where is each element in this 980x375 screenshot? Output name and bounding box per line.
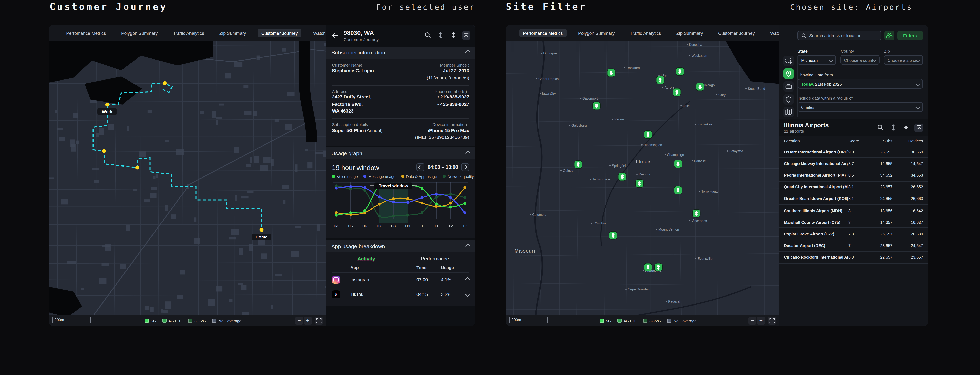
zip-label: Zip bbox=[884, 49, 923, 53]
airport-marker[interactable] bbox=[696, 83, 704, 91]
airport-marker[interactable] bbox=[655, 263, 662, 271]
airport-devices: 26,652 bbox=[892, 185, 924, 189]
col-app: App bbox=[350, 265, 417, 270]
collapse-vertical-icon bbox=[450, 32, 457, 39]
airport-name: Marshall County Airport (C75) bbox=[784, 220, 848, 224]
tab-traffic-analytics[interactable]: Traffic Analytics bbox=[626, 29, 665, 37]
table-row[interactable]: Chicago Rockford International Airport (… bbox=[779, 252, 928, 264]
page-title-right: Site Filter bbox=[506, 1, 587, 12]
table-row[interactable]: Peoria International Airport (PIA)8.534,… bbox=[779, 169, 928, 181]
airport-score: 8.7 bbox=[848, 161, 865, 166]
airport-marker[interactable] bbox=[676, 68, 684, 76]
airport-marker[interactable] bbox=[644, 131, 652, 139]
col-usage: Usage bbox=[441, 265, 462, 270]
row-expand-button[interactable] bbox=[462, 293, 469, 296]
next-window-button[interactable] bbox=[461, 163, 469, 171]
briefcase-button[interactable] bbox=[783, 81, 794, 92]
search-input[interactable]: Search address or location bbox=[797, 30, 881, 40]
airport-marker[interactable] bbox=[609, 231, 617, 239]
marquee-select-button[interactable] bbox=[783, 55, 794, 66]
subscriber-section-header[interactable]: Subscriber information bbox=[326, 47, 475, 59]
airport-score: 6.8 bbox=[848, 255, 865, 259]
app-usage-section: App usage breakdown ActivityPerformance … bbox=[326, 240, 475, 306]
table-row[interactable]: Southern Illinois Airport (MDH)813,65616… bbox=[779, 205, 928, 217]
map-button[interactable] bbox=[783, 107, 794, 117]
app-tab-performance[interactable]: Performance bbox=[401, 256, 469, 262]
airport-marker[interactable] bbox=[656, 76, 664, 84]
zoom-out-button[interactable]: − bbox=[295, 316, 303, 324]
collapse-panel-button[interactable] bbox=[915, 123, 923, 132]
zip-select[interactable]: Choose a zip code bbox=[884, 55, 923, 65]
airport-marker[interactable] bbox=[674, 186, 682, 194]
filters-button[interactable]: Filters bbox=[897, 30, 923, 40]
usage-section-header[interactable]: Usage graph bbox=[326, 147, 475, 159]
zoom-in-button[interactable]: + bbox=[304, 316, 312, 324]
tab-polygon-summary[interactable]: Polygon Summary bbox=[574, 29, 619, 37]
airport-devices: 26,663 bbox=[892, 196, 924, 201]
state-select[interactable]: Michigan bbox=[797, 55, 836, 65]
map-scale: 200m bbox=[52, 317, 91, 323]
hexagon-button[interactable] bbox=[783, 94, 794, 104]
airport-marker[interactable] bbox=[636, 180, 644, 188]
app-tab-activity[interactable]: Activity bbox=[332, 256, 401, 262]
airport-name: Quad City International Airport (MLI) bbox=[784, 185, 848, 189]
collapse-sections-button[interactable] bbox=[449, 31, 458, 40]
previous-window-button[interactable] bbox=[417, 163, 425, 171]
tab-perfomance-metrics[interactable]: Perfomance Metrics bbox=[62, 29, 110, 37]
tab-polygon-summary[interactable]: Polygon Summary bbox=[118, 29, 162, 37]
table-row[interactable]: Poplar Grove Airport (C77)7.325,65726,68… bbox=[779, 228, 928, 240]
county-select[interactable]: Choose a county bbox=[840, 55, 880, 65]
airport-marker[interactable] bbox=[619, 173, 626, 181]
tab-traffic-analytics[interactable]: Traffic Analytics bbox=[169, 29, 208, 37]
airport-marker[interactable] bbox=[674, 160, 682, 168]
fullscreen-button[interactable] bbox=[315, 316, 323, 324]
airport-marker[interactable] bbox=[644, 263, 652, 271]
usage-chart[interactable]: 04050607080910111213Travel window bbox=[332, 180, 469, 231]
legend-dot bbox=[332, 175, 335, 178]
airport-marker[interactable] bbox=[593, 102, 601, 110]
collapse-list-button[interactable] bbox=[902, 123, 910, 132]
tab-customer-journey[interactable]: Customer Journey bbox=[714, 29, 759, 37]
table-row[interactable]: O’Hare International Airport (ORD)9.026,… bbox=[779, 146, 928, 158]
expand-list-button[interactable] bbox=[889, 123, 897, 132]
zoom-out-button[interactable]: − bbox=[748, 316, 756, 324]
explore-button[interactable] bbox=[885, 30, 894, 40]
back-button[interactable] bbox=[331, 31, 339, 40]
table-row[interactable]: Decatur Airport (DEC)723,65724,547 bbox=[779, 240, 928, 252]
collapse-to-top-icon bbox=[463, 32, 469, 39]
airport-marker[interactable] bbox=[692, 209, 700, 217]
region-map[interactable]: KenoshaWaukeganDubuqueRockfordElginChica… bbox=[506, 25, 779, 326]
phone-label: Phone number(s) : bbox=[435, 89, 469, 93]
airport-subs: 22,657 bbox=[865, 255, 892, 259]
table-row[interactable]: Greater Beardstown Airport (KO6)8.124,65… bbox=[779, 193, 928, 205]
airport-marker[interactable] bbox=[673, 89, 681, 97]
airport-marker[interactable] bbox=[608, 69, 616, 77]
zoom-in-button[interactable]: + bbox=[757, 316, 765, 324]
app-row[interactable]: ♪TikTok04:153.2% bbox=[332, 287, 469, 301]
expand-sections-button[interactable] bbox=[436, 31, 445, 40]
tab-perfomance-metrics[interactable]: Perfomance Metrics bbox=[519, 29, 566, 37]
county-label: County bbox=[841, 49, 880, 53]
row-expand-button[interactable] bbox=[462, 278, 469, 281]
radius-select[interactable]: 0 miles bbox=[797, 102, 923, 112]
search-button[interactable] bbox=[876, 123, 885, 132]
location-pin-button[interactable] bbox=[783, 68, 794, 79]
collapse-panel-button[interactable] bbox=[462, 31, 470, 40]
results-count: 11 airports bbox=[784, 129, 829, 133]
table-row[interactable]: Chicago Midway International Airport (MD… bbox=[779, 158, 928, 170]
fullscreen-button[interactable] bbox=[768, 316, 776, 324]
tab-zip-summary[interactable]: Zip Summary bbox=[216, 29, 250, 37]
table-row[interactable]: Quad City International Airport (MLI)8.1… bbox=[779, 181, 928, 193]
apps-section-header[interactable]: App usage breakdown bbox=[326, 240, 475, 252]
airport-marker[interactable] bbox=[574, 161, 582, 169]
date-select[interactable]: Today, 21st Feb 2025 bbox=[797, 79, 923, 89]
chevron-up-icon bbox=[466, 244, 471, 248]
svg-text:08: 08 bbox=[391, 223, 396, 228]
tab-customer-journey[interactable]: Customer Journey bbox=[258, 29, 302, 37]
app-row[interactable]: Instagram07:004.1% bbox=[332, 272, 469, 287]
search-button[interactable] bbox=[423, 31, 432, 40]
svg-text:10: 10 bbox=[420, 223, 424, 228]
back-arrow-icon bbox=[331, 32, 339, 38]
table-row[interactable]: Marshall County Airport (C75)814,65716,6… bbox=[779, 217, 928, 228]
tab-zip-summary[interactable]: Zip Summary bbox=[673, 29, 706, 37]
